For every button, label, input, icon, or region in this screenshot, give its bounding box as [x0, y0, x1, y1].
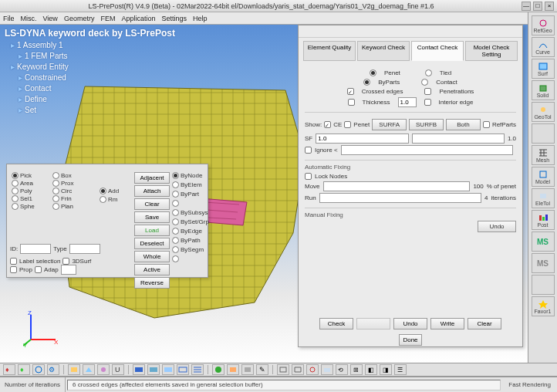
bb-icon[interactable]: ♦ — [3, 364, 15, 375]
bb-icon[interactable]: ⚙ — [47, 364, 59, 375]
done-button[interactable]: Done — [399, 334, 421, 346]
bb-icon[interactable] — [227, 364, 239, 375]
radio-bysegm[interactable] — [172, 246, 179, 253]
bb-icon[interactable]: ♦ — [18, 364, 30, 375]
sep2-button[interactable] — [532, 275, 555, 295]
radio-tied[interactable] — [425, 69, 432, 76]
geotol-button[interactable]: GeoTol — [532, 102, 555, 122]
check-ce[interactable] — [324, 121, 331, 128]
radio-frin[interactable] — [52, 195, 59, 202]
check-adap[interactable] — [35, 266, 42, 273]
sf-slider[interactable] — [412, 133, 505, 144]
refgeo-button[interactable]: RefGeo — [532, 15, 555, 35]
undo-button[interactable]: Undo — [393, 318, 427, 329]
sf-input[interactable] — [316, 133, 408, 144]
model-button[interactable]: Model — [532, 167, 555, 187]
undo-manual-button[interactable]: Undo — [478, 221, 516, 232]
bb-icon[interactable] — [32, 364, 45, 375]
bb-icon[interactable] — [306, 364, 319, 375]
bb-icon[interactable] — [212, 364, 224, 375]
eletol-button[interactable]: EleTol — [532, 188, 555, 208]
tab-model-check-setting[interactable]: Model Check Setting — [465, 41, 518, 61]
check-ignore[interactable] — [305, 147, 312, 154]
radio-byelem[interactable] — [172, 181, 179, 188]
bb-icon[interactable]: ☰ — [394, 364, 407, 375]
bb-icon[interactable] — [97, 364, 110, 375]
bb-icon[interactable]: ◧ — [365, 364, 377, 375]
radio-pick[interactable] — [12, 172, 19, 179]
check-refparts[interactable] — [483, 121, 490, 128]
curve-button[interactable]: Curve — [532, 37, 555, 57]
radio-poly[interactable] — [12, 188, 19, 194]
radio-sphe[interactable] — [12, 203, 19, 210]
menu-settings[interactable]: Settings — [161, 15, 187, 22]
radio-bynode[interactable] — [172, 172, 179, 179]
ms2-button[interactable]: MS — [532, 253, 555, 273]
adap-input[interactable] — [61, 265, 76, 275]
bb-icon[interactable] — [177, 364, 189, 375]
radio-contact[interactable] — [421, 79, 428, 86]
type-input[interactable] — [69, 244, 100, 254]
radio-sel1[interactable] — [12, 195, 19, 202]
active-button[interactable]: Active — [134, 264, 170, 275]
check-interior-edge[interactable] — [424, 99, 431, 106]
thickness-input[interactable] — [398, 97, 417, 107]
radio-box[interactable] — [52, 172, 59, 179]
radio-penet[interactable] — [370, 69, 376, 76]
bb-icon[interactable] — [241, 364, 254, 375]
reverse-button[interactable]: Reverse — [134, 277, 170, 289]
check-crossed-edges[interactable] — [347, 88, 354, 95]
menu-geometry[interactable]: Geometry — [64, 15, 95, 22]
save-button[interactable]: Save — [134, 211, 170, 223]
solid-button[interactable]: Solid — [532, 80, 555, 100]
viewport[interactable]: LS-DYNA keyword deck by LS-PrePost ▸1 As… — [0, 25, 557, 363]
bb-icon[interactable]: U — [112, 364, 124, 375]
deselect-button[interactable]: Deselect — [134, 238, 170, 249]
radio-circ[interactable] — [52, 188, 59, 194]
maximize-button[interactable]: □ — [533, 2, 542, 11]
radio-byparts[interactable] — [363, 79, 370, 86]
ms1-button[interactable]: MS — [532, 231, 555, 252]
menu-view[interactable]: View — [43, 15, 58, 22]
tree-item[interactable]: ▸1 Assembly 1 — [11, 40, 175, 51]
menu-fem[interactable]: FEM — [100, 15, 115, 22]
check-thickness[interactable] — [348, 99, 355, 106]
move-slider[interactable] — [323, 181, 471, 191]
bb-icon[interactable] — [162, 364, 174, 375]
check-penetrations[interactable] — [424, 88, 431, 95]
tab-contact-check[interactable]: Contact Check — [411, 41, 464, 61]
radio-plan[interactable] — [52, 203, 59, 210]
surf-button[interactable]: Surf — [532, 59, 555, 79]
tree-item[interactable]: ▸1 FEM Parts — [19, 51, 175, 62]
radio-bypart[interactable] — [172, 191, 179, 198]
bb-icon[interactable]: ◨ — [380, 364, 392, 375]
check-prop[interactable] — [10, 266, 17, 273]
radio-rm[interactable] — [100, 196, 106, 203]
bb-icon[interactable] — [83, 364, 95, 375]
bb-icon[interactable] — [133, 364, 145, 375]
check-lock-nodes[interactable] — [305, 173, 312, 180]
sep-button[interactable] — [532, 123, 555, 144]
ignore-slider[interactable] — [341, 145, 513, 155]
check-show-penet[interactable] — [344, 121, 351, 128]
whole-button[interactable]: Whole — [134, 251, 170, 262]
run-slider[interactable] — [319, 193, 481, 203]
menu-help[interactable]: Help — [193, 15, 208, 22]
both-button[interactable]: Both — [446, 119, 481, 130]
bb-icon[interactable] — [147, 364, 160, 375]
close-button[interactable]: × — [545, 2, 554, 11]
load-button[interactable]: Load — [134, 225, 170, 236]
tab-element-quality[interactable]: Element Quality — [303, 41, 356, 61]
bb-icon[interactable]: ⟲ — [336, 364, 348, 375]
bb-icon[interactable] — [191, 364, 204, 375]
radio-blank2[interactable] — [172, 255, 179, 262]
surfb-button[interactable]: SURFB — [409, 119, 444, 130]
mesh-button[interactable]: Mesh — [532, 145, 555, 165]
post-button[interactable]: Post — [532, 210, 555, 230]
radio-area[interactable] — [12, 180, 19, 187]
radio-prox[interactable] — [52, 180, 59, 187]
bb-icon[interactable] — [68, 364, 80, 375]
surfa-button[interactable]: SURFA — [372, 119, 407, 130]
tab-keyword-check[interactable]: Keyword Check — [357, 41, 410, 61]
attach-button[interactable]: Attach — [134, 185, 170, 197]
